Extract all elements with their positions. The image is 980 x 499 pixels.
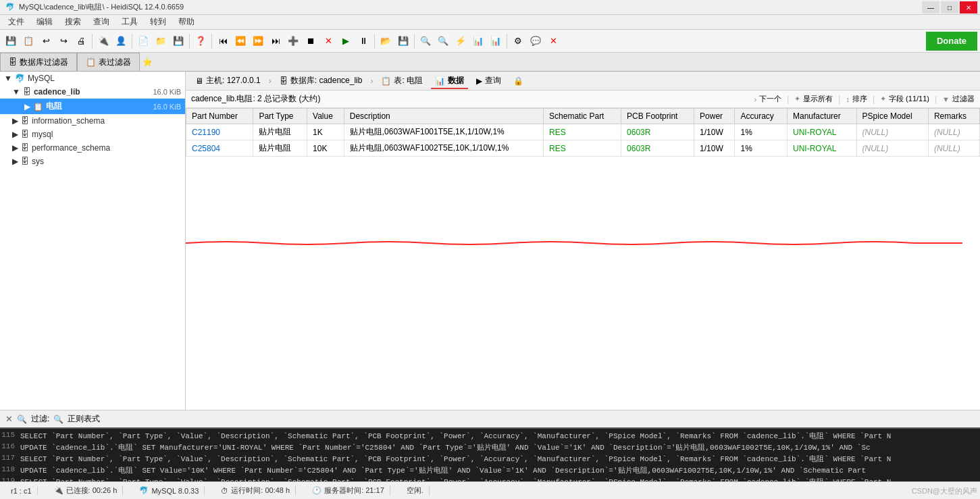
menu-query[interactable]: 查询 [88, 15, 115, 29]
status-server-time: 🕐 服务器时间: 21:17 [307, 485, 390, 496]
menu-file[interactable]: 文件 [3, 15, 30, 29]
tree-sys[interactable]: ▶ 🗄 sys [0, 155, 185, 168]
watermark: CSDN@大壁的风声 [912, 486, 977, 496]
col-header-pcb-footprint[interactable]: PCB Footprint [621, 109, 694, 124]
nav-sep2: › [370, 76, 373, 86]
tb-redo-button[interactable]: ↪ [55, 33, 72, 49]
donate-button[interactable]: Donate [926, 32, 977, 51]
toolbar-separator-2 [132, 34, 132, 49]
tb-prev-button[interactable]: ⏪ [232, 33, 249, 49]
tree-arrow-info: ▶ [12, 116, 18, 126]
tree-dianzu[interactable]: ▶ 📋 电阻 16.0 KiB [0, 99, 185, 114]
tb-print-button[interactable]: 🖨 [73, 33, 89, 49]
nav-data-icon: 📊 [435, 76, 445, 86]
col-header-part-type[interactable]: Part Type [253, 109, 307, 124]
main-area: ▼ 🐬 MySQL ▼ 🗄 cadence_lib 16.0 KiB ▶ 📋 电… [0, 72, 980, 410]
display-icon: ✦ [794, 95, 800, 103]
status-server-time-value: 服务器时间: 21:17 [324, 485, 384, 496]
tb-first-button[interactable]: ⏮ [215, 33, 231, 49]
tb-add-button[interactable]: ➕ [285, 33, 301, 49]
nav-host[interactable]: 🖥 主机: 127.0.0.1 [191, 74, 265, 88]
tb-new-tab-button[interactable]: 📄 [135, 33, 151, 49]
tb-pause-button[interactable]: ⏸ [355, 33, 371, 49]
sql-line-num-119: 119 [0, 477, 20, 481]
tree-cadence-lib[interactable]: ▼ 🗄 cadence_lib 16.0 KiB [0, 85, 185, 99]
menu-help[interactable]: 帮助 [173, 15, 200, 29]
tree-mysql[interactable]: ▼ 🐬 MySQL [0, 72, 185, 85]
tab-table-filter[interactable]: 📋 表过滤器 [77, 53, 140, 71]
cell-part-number-0[interactable]: C21190 [186, 124, 253, 140]
tree-badge-dianzu: 16.0 KiB [153, 103, 181, 111]
col-header-power[interactable]: Power [694, 109, 735, 124]
tree-label-perf: performance_schema [32, 143, 110, 153]
cell-part-number-1[interactable]: C25804 [186, 140, 253, 157]
tb-settings-button[interactable]: ⚙ [510, 33, 526, 49]
tb-stop-button[interactable]: ⏹ [303, 33, 319, 49]
tb-new-button[interactable]: 💾 [3, 33, 19, 49]
tb-search-button[interactable]: 🔍 [417, 33, 434, 49]
nav-extra[interactable]: 🔒 [509, 75, 527, 87]
tb-export-button[interactable]: 💾 [395, 33, 411, 49]
nav-data[interactable]: 📊 数据 [431, 74, 468, 89]
col-header-part-number[interactable]: Part Number [186, 109, 253, 124]
col-header-accuracy[interactable]: Accuracy [735, 109, 788, 124]
col-header-remarks[interactable]: Remarks [928, 109, 979, 124]
filter-close-button[interactable]: ✕ [5, 414, 13, 424]
tree-icon-cadence: 🗄 [23, 87, 31, 97]
sql-line-116: 116 UPDATE `cadence_lib`.`电阻` SET Manufa… [0, 442, 980, 453]
tb-save-button[interactable]: 💾 [170, 33, 186, 49]
tab-favorite-button[interactable]: ⭐ [140, 53, 155, 71]
nav-db[interactable]: 🗄 数据库: cadence_lib [276, 74, 367, 88]
col-header-pspice-model[interactable]: PSpice Model [856, 109, 928, 124]
tb-close-button[interactable]: ✕ [545, 33, 561, 49]
sql-line-num-115: 115 [0, 431, 20, 441]
tb-help-button[interactable]: ❓ [192, 33, 209, 49]
tree-perf-schema[interactable]: ▶ 🗄 performance_schema [0, 141, 185, 155]
menu-goto[interactable]: 转到 [145, 15, 172, 29]
nav-query-label: 查询 [485, 75, 501, 86]
sql-line-num-118: 118 [0, 465, 20, 475]
tree-info-schema[interactable]: ▶ 🗄 information_schema [0, 114, 185, 128]
col-header-value[interactable]: Value [307, 109, 344, 124]
tb-delete-button[interactable]: ✕ [320, 33, 336, 49]
menu-edit[interactable]: 编辑 [31, 15, 58, 29]
tab-db-filter[interactable]: 🗄 数据库过滤器 [0, 53, 77, 71]
status-connection: 🔌 已连接: 00:26 h [49, 485, 124, 496]
menu-tools[interactable]: 工具 [116, 15, 143, 29]
col-header-description[interactable]: Description [344, 109, 543, 124]
tree-arrow-mysql: ▼ [4, 74, 12, 83]
tree-mysql-db[interactable]: ▶ 🗄 mysql [0, 128, 185, 141]
tb-last-button[interactable]: ⏭ [267, 33, 284, 49]
tb-chart-button[interactable]: 📊 [488, 33, 504, 49]
tb-open-button[interactable]: 📁 [153, 33, 169, 49]
status-runtime: ⏱ 运行时间: 00:48 h [215, 485, 296, 496]
nav-table[interactable]: 📋 表: 电阻 [377, 74, 427, 88]
cell-mfr-0: UNI-ROYAL [788, 124, 857, 140]
tb-search2-button[interactable]: 🔍 [435, 33, 451, 49]
tb-connect-button[interactable]: 🔌 [95, 33, 111, 49]
filter-icon-action: ▼ [942, 95, 950, 103]
tb-stats-button[interactable]: 📊 [470, 33, 486, 49]
close-button[interactable]: ✕ [960, 1, 977, 14]
nav-query[interactable]: ▶ 查询 [472, 74, 505, 88]
nav-icon-forward: › [754, 95, 757, 103]
menu-search[interactable]: 搜索 [59, 15, 86, 29]
table-actions: › 下一个 | ✦ 显示所有 | ↕ 排序 | ✦ 字段 (11/11) | ▼… [754, 94, 975, 104]
tb-run-button[interactable]: ▶ [338, 33, 354, 49]
sql-line-118: 118 UPDATE `cadence_lib`.`电阻` SET Value=… [0, 465, 980, 476]
col-header-schematic-part[interactable]: Schematic Part [544, 109, 621, 124]
tb-comment-button[interactable]: 💬 [527, 33, 544, 49]
tb-next-button[interactable]: ⏩ [250, 33, 266, 49]
minimize-button[interactable]: — [922, 1, 939, 14]
sort-icon: ↕ [846, 95, 850, 103]
status-idle-value: 空闲. [407, 485, 423, 496]
maximize-button[interactable]: □ [941, 1, 958, 14]
tb-user-button[interactable]: 👤 [113, 33, 129, 49]
tb-lightning-button[interactable]: ⚡ [453, 33, 469, 49]
tb-folder-button[interactable]: 📂 [378, 33, 394, 49]
status-idle: 空闲. [401, 485, 430, 496]
tb-undo-button[interactable]: ↩ [38, 33, 54, 49]
sql-panel: 115 SELECT `Part Number`, `Part Type`, `… [0, 427, 980, 481]
tb-copy-button[interactable]: 📋 [20, 33, 36, 49]
col-header-manufacturer[interactable]: Manufacturer [788, 109, 857, 124]
